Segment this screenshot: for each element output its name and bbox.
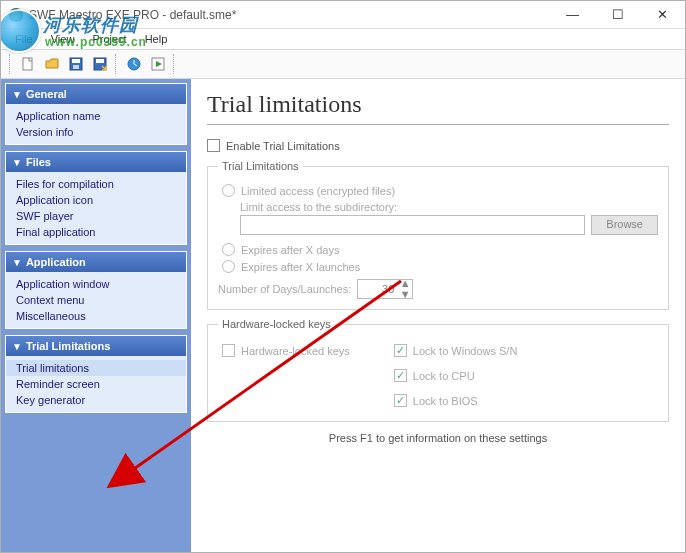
minimize-button[interactable]: —	[550, 1, 595, 28]
window-title: SWF Maestro EXE PRO - default.sme*	[29, 8, 550, 22]
toolbar	[1, 49, 685, 79]
page-title: Trial limitations	[207, 91, 669, 125]
chk-lock-cpu[interactable]	[394, 369, 407, 382]
sidebar-item-miscellaneous[interactable]: Miscellaneous	[6, 308, 186, 324]
legend-hardware: Hardware-locked keys	[218, 318, 335, 330]
sidebar-item-app-name[interactable]: Application name	[6, 108, 186, 124]
build-button[interactable]	[123, 53, 145, 75]
svg-rect-0	[23, 58, 32, 70]
panel-header-general[interactable]: ▼General	[6, 84, 186, 104]
label-expires-launches: Expires after X launches	[241, 261, 360, 273]
sidebar-item-files-compilation[interactable]: Files for compilation	[6, 176, 186, 192]
chevron-down-icon: ▼	[12, 157, 22, 168]
sidebar-item-app-window[interactable]: Application window	[6, 276, 186, 292]
sidebar-item-swf-player[interactable]: SWF player	[6, 208, 186, 224]
maximize-button[interactable]: ☐	[595, 1, 640, 28]
chk-lock-bios[interactable]	[394, 394, 407, 407]
label-lock-bios: Lock to BIOS	[413, 395, 478, 407]
chk-hardware-locked[interactable]	[222, 344, 235, 357]
svg-rect-5	[96, 59, 104, 63]
panel-title-trial: Trial Limitations	[26, 340, 110, 352]
enable-trial-checkbox[interactable]	[207, 139, 220, 152]
chk-lock-windows[interactable]	[394, 344, 407, 357]
label-expires-days: Expires after X days	[241, 244, 339, 256]
footer-hint: Press F1 to get information on these set…	[207, 432, 669, 444]
panel-general: ▼General Application name Version info	[5, 83, 187, 145]
radio-expires-days[interactable]	[222, 243, 235, 256]
panel-application: ▼Application Application window Context …	[5, 251, 187, 329]
panel-title-general: General	[26, 88, 67, 100]
svg-rect-3	[73, 65, 79, 69]
run-button[interactable]	[147, 53, 169, 75]
close-button[interactable]: ✕	[640, 1, 685, 28]
fieldset-hardware-keys: Hardware-locked keys Hardware-locked key…	[207, 318, 669, 422]
legend-trial: Trial Limitations	[218, 160, 303, 172]
label-lock-cpu: Lock to CPU	[413, 370, 475, 382]
enable-trial-label: Enable Trial Limitations	[226, 140, 340, 152]
sidebar: ▼General Application name Version info ▼…	[1, 79, 191, 552]
menu-file[interactable]: File	[7, 31, 41, 47]
sidebar-item-key-generator[interactable]: Key generator	[6, 392, 186, 408]
panel-header-application[interactable]: ▼Application	[6, 252, 186, 272]
radio-limited-access[interactable]	[222, 184, 235, 197]
fieldset-trial-limitations: Trial Limitations Limited access (encryp…	[207, 160, 669, 310]
panel-files: ▼Files Files for compilation Application…	[5, 151, 187, 245]
sidebar-item-trial-limitations[interactable]: Trial limitations	[6, 360, 186, 376]
sidebar-item-version-info[interactable]: Version info	[6, 124, 186, 140]
num-days-input[interactable]	[358, 280, 398, 298]
panel-header-trial[interactable]: ▼Trial Limitations	[6, 336, 186, 356]
spinner-down-icon[interactable]: ▼	[398, 289, 412, 300]
new-button[interactable]	[17, 53, 39, 75]
panel-title-files: Files	[26, 156, 51, 168]
svg-rect-2	[72, 59, 80, 63]
panel-trial: ▼Trial Limitations Trial limitations Rem…	[5, 335, 187, 413]
sidebar-item-final-app[interactable]: Final application	[6, 224, 186, 240]
menu-help[interactable]: Help	[137, 31, 176, 47]
open-button[interactable]	[41, 53, 63, 75]
sidebar-item-app-icon[interactable]: Application icon	[6, 192, 186, 208]
save-button[interactable]	[65, 53, 87, 75]
menu-view[interactable]: View	[43, 31, 83, 47]
subdirectory-input[interactable]	[240, 215, 585, 235]
app-icon	[9, 8, 23, 22]
saveas-button[interactable]	[89, 53, 111, 75]
radio-expires-launches[interactable]	[222, 260, 235, 273]
label-hardware-locked: Hardware-locked keys	[241, 345, 350, 357]
panel-header-files[interactable]: ▼Files	[6, 152, 186, 172]
sidebar-item-context-menu[interactable]: Context menu	[6, 292, 186, 308]
main-panel: Trial limitations Enable Trial Limitatio…	[191, 79, 685, 552]
menu-project[interactable]: Project	[84, 31, 134, 47]
chevron-down-icon: ▼	[12, 257, 22, 268]
label-num-days-launches: Number of Days/Launches:	[218, 283, 351, 295]
menubar: File View Project Help	[1, 29, 685, 49]
chevron-down-icon: ▼	[12, 89, 22, 100]
sidebar-item-reminder-screen[interactable]: Reminder screen	[6, 376, 186, 392]
browse-button[interactable]: Browse	[591, 215, 658, 235]
label-subdirectory: Limit access to the subdirectory:	[240, 201, 658, 213]
num-days-spinner[interactable]: ▲▼	[357, 279, 413, 299]
chevron-down-icon: ▼	[12, 341, 22, 352]
label-lock-windows: Lock to Windows S/N	[413, 345, 518, 357]
titlebar: SWF Maestro EXE PRO - default.sme* — ☐ ✕	[1, 1, 685, 29]
panel-title-application: Application	[26, 256, 86, 268]
label-limited-access: Limited access (encrypted files)	[241, 185, 395, 197]
